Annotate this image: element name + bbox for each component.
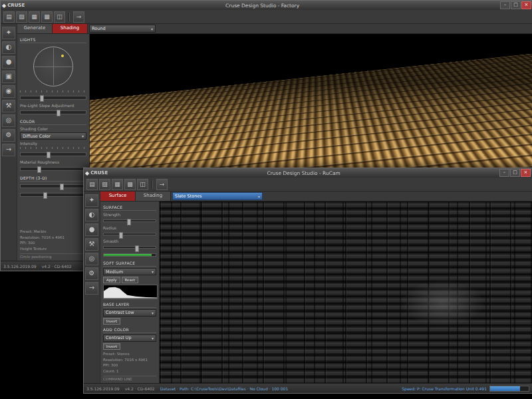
save-icon[interactable]: ▦ <box>112 179 123 190</box>
settings-gear-icon[interactable]: ⚙ <box>2 129 15 142</box>
minimize-button[interactable]: – <box>500 1 510 9</box>
smooth-label: Smooth <box>103 239 156 243</box>
window-title: Cruse Design Studio - Factory <box>25 3 500 9</box>
status-version: 3.5.126.2019.09 <box>3 264 37 269</box>
panel-footer: COMMAND LINE <box>103 376 156 381</box>
chevron-down-icon: ▾ <box>152 269 154 274</box>
camera-icon[interactable]: ◎ <box>2 114 15 127</box>
import-icon[interactable]: ◫ <box>137 179 148 190</box>
add-color-dropdown[interactable]: Contrast Up ▾ <box>103 334 156 342</box>
toolbar-separator <box>152 180 153 189</box>
tools-icon[interactable]: ⚒ <box>2 100 15 112</box>
tab-generate[interactable]: Generate <box>17 24 53 33</box>
status-build: v4.2 · CD-6402 <box>42 264 72 269</box>
compass-icon[interactable]: ✦ <box>85 194 98 207</box>
strength-label: Strength <box>103 212 156 217</box>
radius-slider[interactable] <box>103 233 156 235</box>
viewport-texture[interactable] <box>160 201 532 383</box>
info-line: Resolution: 7016 x 4961 <box>103 357 156 363</box>
title-bar[interactable]: ◆ CRUSE Cruse Design Studio - Factory – … <box>1 1 532 10</box>
save-icon[interactable]: ▦ <box>29 11 40 23</box>
close-button[interactable]: × <box>521 1 531 9</box>
exit-arrow-icon[interactable]: → <box>85 282 98 295</box>
tab-shading[interactable]: Shading <box>136 192 171 201</box>
light-height-slider[interactable] <box>20 96 86 100</box>
base-layer-dropdown[interactable]: Contrast Low ▾ <box>103 309 156 317</box>
apply-button[interactable]: Apply <box>103 277 120 283</box>
minimize-button[interactable]: – <box>499 169 509 177</box>
new-file-icon[interactable]: ▤ <box>3 11 15 23</box>
exit-arrow-icon[interactable]: → <box>2 144 15 156</box>
intensity-slider[interactable] <box>20 152 86 156</box>
solid-sphere-icon[interactable]: ● <box>85 223 98 236</box>
surface-section-label: SURFACE <box>103 205 156 211</box>
soft-surface-dropdown[interactable]: Medium ▾ <box>103 268 156 275</box>
chevron-down-icon: ▾ <box>151 27 153 31</box>
shading-panel: LIGHTS Pre-Light Slope Adjustment COLOR … <box>17 34 90 261</box>
app-logo: ◆ CRUSE <box>2 3 25 9</box>
status-progress-bar <box>489 386 529 392</box>
window-body: ✦ ◐ ● ⚒ ◎ ⚙ → Surface Shading Slate Ston… <box>84 192 532 383</box>
height-histogram <box>103 285 158 299</box>
slate-wall-texture <box>160 201 532 383</box>
close-button[interactable]: × <box>521 169 531 177</box>
depth-slider-2[interactable] <box>20 193 86 197</box>
tab-surface[interactable]: Surface <box>100 192 136 201</box>
side-icon-strip: ✦ ◐ ● ▣ ◉ ⚒ ◎ ⚙ → <box>1 24 17 261</box>
solid-sphere-icon[interactable]: ● <box>2 56 15 68</box>
invert-button[interactable]: Invert <box>103 343 120 350</box>
preset-dropdown[interactable]: Round ▾ <box>89 25 156 33</box>
surface-panel: SURFACE Strength Radius Smooth SOFT SURF… <box>100 201 160 383</box>
light-direction-widget[interactable] <box>33 47 73 86</box>
compass-icon[interactable]: ✦ <box>2 27 15 39</box>
shaded-sphere-icon[interactable]: ◐ <box>2 41 15 54</box>
reset-button[interactable]: Reset <box>122 277 138 283</box>
add-color-buttons: Invert <box>103 343 156 350</box>
logo-icon: ◆ <box>85 170 89 176</box>
add-color-value: Contrast Up <box>106 335 132 340</box>
tab-shading[interactable]: Shading <box>53 24 88 33</box>
front-window: ◆ CRUSE Cruse Design Studio - RuCam – □ … <box>83 168 532 394</box>
depth-section-label: DEPTH (3-D) <box>20 176 86 182</box>
title-bar[interactable]: ◆ CRUSE Cruse Design Studio - RuCam – □ … <box>84 168 532 178</box>
export-arrow-icon[interactable]: → <box>156 179 168 190</box>
intensity-label: Intensity <box>20 141 86 146</box>
save-as-icon[interactable]: ▩ <box>124 179 136 190</box>
export-arrow-icon[interactable]: → <box>73 11 84 23</box>
import-icon[interactable]: ◫ <box>54 11 65 23</box>
preset-dropdown[interactable]: Slate Stones ▾ <box>172 192 263 200</box>
camera-icon[interactable]: ◎ <box>85 253 98 265</box>
maximize-button[interactable]: □ <box>510 169 520 177</box>
shading-color-dropdown[interactable]: Diffuse Color ▾ <box>20 132 86 140</box>
light-position-marker[interactable] <box>61 55 64 57</box>
preset-dropdown-value: Slate Stones <box>175 194 202 199</box>
panel-footer: Circle positioning <box>20 253 86 259</box>
chevron-down-icon: ▾ <box>152 311 154 315</box>
status-version: 3.5.126.2019.09 <box>86 386 120 391</box>
material-ball-icon[interactable]: ◉ <box>2 85 15 98</box>
open-folder-icon[interactable]: ▨ <box>16 11 27 23</box>
new-file-icon[interactable]: ▤ <box>86 179 98 190</box>
slope-slider[interactable] <box>20 110 86 114</box>
settings-gear-icon[interactable]: ⚙ <box>85 267 98 280</box>
depth-slider-1[interactable] <box>20 184 86 188</box>
content-row: SURFACE Strength Radius Smooth SOFT SURF… <box>100 201 532 383</box>
open-folder-icon[interactable]: ▨ <box>99 179 110 190</box>
roughness-slider[interactable] <box>20 167 86 171</box>
smooth-slider[interactable] <box>103 246 156 249</box>
strength-slider[interactable] <box>103 219 156 222</box>
roughness-label: Material Roughness <box>20 160 86 164</box>
cube-icon[interactable]: ▣ <box>2 70 15 83</box>
tools-icon[interactable]: ⚒ <box>85 238 98 251</box>
preset-info: Preset: Stones Resolution: 7016 x 4961 P… <box>103 351 156 374</box>
maximize-button[interactable]: □ <box>511 1 521 9</box>
level-progress-bar <box>103 253 156 257</box>
invert-button[interactable]: Invert <box>103 318 120 325</box>
sub-header: Surface Shading Slate Stones ▾ <box>100 192 532 201</box>
save-as-icon[interactable]: ▩ <box>41 11 53 23</box>
side-icon-strip: ✦ ◐ ● ⚒ ◎ ⚙ → <box>84 192 100 383</box>
info-line: Preset: Stones <box>103 351 156 357</box>
window-controls: – □ × <box>500 1 531 9</box>
shaded-sphere-icon[interactable]: ◐ <box>85 209 98 221</box>
status-bar: 3.5.126.2019.09 v4.2 · CD-6402 Dataset ·… <box>84 383 532 393</box>
